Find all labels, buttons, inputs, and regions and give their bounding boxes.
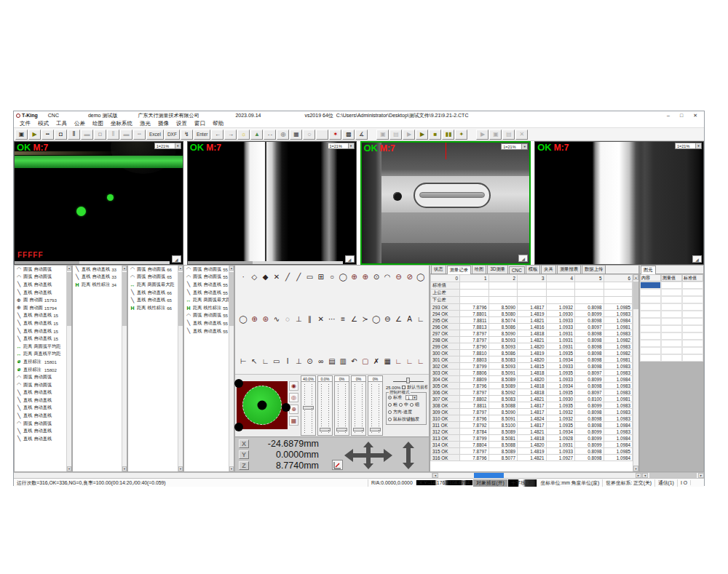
table-row[interactable]: 316 OK7.87968.50771.48211.09270.80981.09… [431, 455, 633, 461]
table-row[interactable]: 293 OK7.87968.50901.48171.09320.80981.09… [431, 304, 633, 311]
list-item[interactable]: ╲直线自动直线55 [184, 327, 229, 335]
tool-icon[interactable]: ⊕ [249, 314, 259, 324]
tool-icon[interactable]: ▢ [360, 356, 371, 367]
list-item[interactable]: ╲直线自动直线33 [73, 266, 122, 274]
resize-handle-icon[interactable]: ◢ [172, 255, 181, 263]
tool-icon[interactable]: ◌ [282, 314, 293, 324]
radio-fine[interactable] [410, 403, 414, 407]
list-item[interactable]: ◠圆弧自动圆弧 [15, 274, 66, 282]
menu-item-1[interactable]: 模式 [34, 120, 52, 127]
level-combo[interactable]: 1▼ [405, 395, 417, 400]
toolbar-button-tool-d[interactable]: ▬ [120, 129, 132, 140]
list-item[interactable]: ╲直线自动直线 [15, 427, 66, 435]
zoom-slider[interactable] [393, 378, 424, 383]
tool-icon[interactable]: ◇ [249, 271, 259, 282]
toolbar-button-blank[interactable] [316, 129, 328, 140]
list-item[interactable]: ◠圆弧自动圆弧 [15, 373, 66, 381]
toolbar-button-run[interactable]: ▶ [416, 129, 428, 140]
slider-thumb[interactable] [370, 428, 381, 431]
toolbar-button-stop[interactable]: ■ [429, 129, 441, 140]
list-item[interactable]: ◠圆弧自动圆弧65 [128, 274, 178, 282]
tool-icon[interactable]: ∥ [304, 314, 314, 324]
menu-item-7[interactable]: 摄像 [154, 120, 173, 127]
tool-icon[interactable]: ∟ [260, 356, 270, 367]
list-item[interactable]: ╲直线自动直线65 [128, 296, 178, 304]
toolbar-button-image[interactable]: ▲ [250, 129, 263, 140]
slider-thumb[interactable] [336, 428, 347, 431]
table-row[interactable]: 314 OK7.88048.50881.48201.09310.80991.09… [431, 442, 633, 448]
tool-icon[interactable]: ∟ [393, 356, 403, 367]
slider-track[interactable] [334, 382, 349, 436]
table-row[interactable]: 301 OK7.88038.50831.48201.09340.80981.09… [431, 356, 633, 363]
list-item[interactable]: ╲直线自动直线55 [184, 319, 229, 327]
toolbar-button-tool-a[interactable]: ▬ [81, 129, 93, 140]
tool-icon[interactable]: ∠ [393, 314, 403, 324]
tool-icon[interactable]: ⊞ [316, 271, 326, 282]
toolbar-button-dashes[interactable]: - - [264, 129, 276, 140]
tab-模板[interactable]: 模板 [526, 265, 541, 274]
joystick-mode-button-3[interactable]: ▦ [289, 416, 298, 426]
grid-label-row[interactable]: 下公差 [431, 297, 633, 304]
tool-icon[interactable]: ▥ [338, 356, 348, 367]
camera-1-zoom-select[interactable]: 1=21% ▼ [154, 143, 181, 149]
list-item[interactable]: ↔距离两圆弧最大距 [128, 281, 178, 289]
element-row[interactable] [640, 311, 703, 318]
slider-thumb[interactable] [303, 406, 314, 410]
table-row[interactable]: 302 OK7.87998.50931.48151.09330.80981.09… [431, 363, 633, 370]
pan-z-control[interactable] [401, 442, 416, 472]
camera-3-zoom-select[interactable]: 1=21% ▼ [501, 143, 528, 150]
toolbar-button-tool-e[interactable]: ╍ [133, 129, 146, 140]
element-row[interactable] [640, 325, 703, 332]
tool-icon[interactable]: ◯ [416, 271, 426, 282]
grid-label-row[interactable]: 上公差 [431, 290, 633, 297]
resize-handle-icon[interactable]: ◢ [692, 255, 702, 263]
list-item[interactable]: ⊕圆自动圆15793 [15, 296, 66, 304]
toolbar-button-connect[interactable]: ↯ [181, 129, 193, 140]
slider-track[interactable] [351, 382, 366, 436]
tool-icon[interactable]: ↖ [249, 356, 259, 367]
list-item[interactable]: ◠圆弧自动圆弧 [15, 266, 66, 274]
tab-数据上传[interactable]: 数据上传 [582, 265, 606, 274]
list-item[interactable]: H距离线性标注55 [184, 304, 229, 312]
menu-item-6[interactable]: 激光 [136, 120, 154, 127]
camera-view-3-selected[interactable]: OK M:7 1=21% ▼ ◢ [360, 141, 531, 265]
list-4-scrollbar[interactable]: ▲▼ [229, 266, 234, 471]
element-hscrollbar[interactable]: ◄► [641, 473, 704, 478]
toolbar-button-pause[interactable]: ▮▮ [442, 129, 454, 140]
table-row[interactable]: 296 OK7.88138.50861.48161.09330.80971.09… [431, 324, 633, 330]
tool-icon[interactable]: ⊙ [304, 356, 314, 367]
table-row[interactable]: 297 OK7.87978.50901.48181.09310.80981.09… [431, 330, 633, 337]
list-item[interactable]: ╲直线自动直线66 [128, 289, 178, 297]
table-row[interactable]: 311 OK7.87928.51001.48171.09350.80981.09… [431, 422, 633, 428]
tool-icon[interactable]: ⊘ [405, 271, 415, 282]
joystick-mode-button-1[interactable]: ◎ [289, 393, 298, 402]
camera-2-zoom-select[interactable]: 1=21% ▼ [328, 143, 355, 149]
tool-icon[interactable]: ↶ [349, 356, 359, 367]
toolbar-button-probe[interactable]: ◘ [55, 129, 67, 140]
list-item[interactable]: ╲直线自动直线 [15, 289, 66, 297]
radio-standard[interactable] [388, 396, 392, 399]
resize-handle-icon[interactable]: ◢ [345, 255, 355, 263]
tool-icon[interactable]: Ι [282, 356, 293, 367]
tool-icon[interactable]: ◯ [338, 271, 348, 282]
toolbar-button-save2[interactable]: ▣ [376, 129, 389, 140]
toolbar-button-back[interactable]: ← [211, 129, 223, 140]
tool-icon[interactable]: ⊖ [382, 314, 392, 324]
element-row[interactable] [640, 296, 703, 303]
radio-medium[interactable] [399, 403, 403, 407]
tool-icon[interactable]: ╱ [293, 271, 304, 282]
toolbar-button-measure-line[interactable]: ╍ [41, 129, 54, 140]
menu-item-4[interactable]: 绘图 [89, 120, 107, 127]
list-item[interactable]: ╲直线自动直线 [15, 281, 66, 289]
menu-item-10[interactable]: 帮助 [209, 120, 227, 127]
list-item[interactable]: ╲直线自动直线55 [184, 281, 229, 289]
table-row[interactable]: 307 OK7.88028.50831.48211.09300.81001.09… [431, 396, 633, 402]
table-row[interactable]: 306 OK7.87978.50921.48181.09350.80971.09… [431, 389, 633, 396]
maximize-button[interactable]: □ [680, 113, 683, 119]
tool-icon[interactable]: ≡ [338, 314, 348, 324]
tab-夹具[interactable]: 夹具 [541, 265, 556, 274]
menu-item-9[interactable]: 窗口 [191, 120, 209, 127]
list-item[interactable]: ╲直线自动直线15 [15, 335, 66, 343]
list-item[interactable]: ╲直线自动直线 [15, 412, 66, 420]
element-row[interactable] [640, 318, 703, 325]
